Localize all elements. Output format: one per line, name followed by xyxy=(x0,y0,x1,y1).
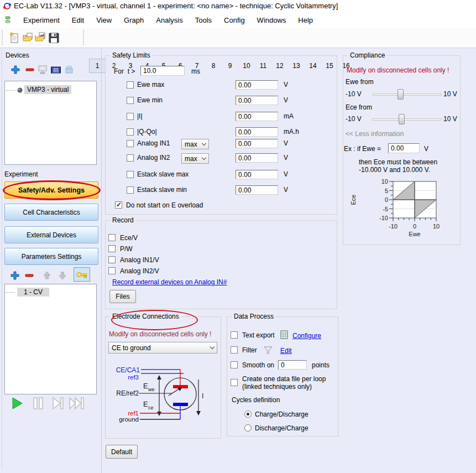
tab-parameters-settings[interactable]: Parameters Settings xyxy=(4,248,98,265)
device-tree-item[interactable]: VMP3 - virtual xyxy=(24,85,71,94)
ewe-slider-handle[interactable] xyxy=(397,89,404,100)
ec-lab-window: { "title_bar": { "title": "EC-Lab V11.32… xyxy=(0,0,476,473)
menu-tools[interactable]: Tools xyxy=(189,16,218,24)
device-add-button[interactable] xyxy=(9,63,22,76)
estack-min-unit: V xyxy=(284,186,288,194)
for-t-input[interactable]: 10.0 xyxy=(140,66,185,76)
no-start-overload-checkbox[interactable] xyxy=(115,201,122,209)
charge-discharge-radio[interactable] xyxy=(244,410,252,418)
device-upgrade-button[interactable] xyxy=(63,63,75,76)
main-toolbar: 1 2 3 4 5 6 7 8 9 10 11 12 13 14 15 16 xyxy=(0,28,476,48)
device-monitor-button[interactable] xyxy=(36,63,49,76)
compliance-warning: Modify on disconnected cells only ! xyxy=(347,66,449,74)
tab-cell-characteristics[interactable]: Cell Characteristics xyxy=(4,204,98,221)
annotation-ellipse-safety-tab xyxy=(3,180,101,200)
record-analog-in1-checkbox[interactable] xyxy=(108,256,116,263)
menu-help[interactable]: Help xyxy=(292,16,319,24)
menu-config[interactable]: Config xyxy=(218,16,251,24)
menu-edit[interactable]: Edit xyxy=(66,16,90,24)
estack-max-value[interactable]: 0.00 xyxy=(236,170,278,179)
ece-slider-handle[interactable] xyxy=(399,114,405,124)
estack-min-value[interactable]: 0.00 xyxy=(236,185,278,195)
devices-panel-title: Devices xyxy=(6,51,29,59)
menu-analysis[interactable]: Analysis xyxy=(150,16,189,24)
example-ewe-input[interactable]: 0.00 xyxy=(388,143,420,153)
re-ref2-label: RE/ref2 xyxy=(116,389,139,397)
ewe-min-value[interactable]: 0.00 xyxy=(236,96,278,105)
arrow-up-icon xyxy=(43,271,51,280)
text-export-checkbox[interactable] xyxy=(231,331,238,339)
open-graph-button[interactable] xyxy=(34,31,46,44)
ewe-max-value[interactable]: 0.00 xyxy=(236,80,278,90)
estack-max-checkbox[interactable] xyxy=(127,171,134,178)
file-per-loop-checkbox[interactable] xyxy=(231,379,238,386)
current-limit-value[interactable]: 0.00 xyxy=(236,112,278,121)
channel-button-1[interactable]: 1 xyxy=(89,59,106,73)
ce-ca1-label: CE/CA1 xyxy=(116,366,140,374)
record-ece-checkbox[interactable] xyxy=(108,234,116,241)
toolbar-gripper[interactable] xyxy=(2,30,3,45)
menu-view[interactable]: View xyxy=(90,16,118,24)
pause-button[interactable] xyxy=(31,396,45,410)
next-technique-button[interactable] xyxy=(51,396,65,410)
device-keyboard-button[interactable] xyxy=(50,63,62,76)
ece-slider-max: 10 V xyxy=(443,115,457,123)
connection-mode-value: CE to ground xyxy=(112,344,151,352)
skip-sequence-button[interactable] xyxy=(69,396,85,410)
configure-link[interactable]: Configure xyxy=(292,332,321,340)
filter-checkbox[interactable] xyxy=(231,346,238,354)
new-settings-button[interactable] xyxy=(8,31,20,44)
technique-add-button[interactable] xyxy=(9,269,21,282)
panel-separator[interactable] xyxy=(101,49,102,473)
less-information-link[interactable]: << Less information xyxy=(346,130,404,138)
device-tree[interactable]: VMP3 - virtual xyxy=(4,81,97,165)
analog-in2-value[interactable]: 0.00 xyxy=(236,153,278,163)
charge-limit-label: |Q-Qo| xyxy=(137,128,157,136)
technique-remove-button[interactable] xyxy=(23,269,35,282)
technique-move-down-button[interactable] xyxy=(56,269,69,282)
files-button[interactable]: Files xyxy=(109,290,136,303)
counter-electrode-bar xyxy=(173,403,188,406)
funnel-icon xyxy=(264,346,273,354)
record-external-devices-link[interactable]: Record external devices on Analog IN# xyxy=(112,278,227,286)
menu-experiment[interactable]: Experiment xyxy=(17,16,66,24)
current-limit-checkbox[interactable] xyxy=(127,113,134,120)
tab-external-devices[interactable]: External Devices xyxy=(4,226,98,243)
open-settings-button[interactable] xyxy=(22,31,34,44)
lock-settings-button[interactable] xyxy=(74,267,90,282)
ytick-10: 10 xyxy=(381,178,388,185)
smooth-label: Smooth on xyxy=(242,361,274,369)
edit-link[interactable]: Edit xyxy=(280,347,292,355)
estack-min-checkbox[interactable] xyxy=(127,186,134,194)
smooth-checkbox[interactable] xyxy=(231,361,238,368)
smooth-points-input[interactable]: 0 xyxy=(278,360,307,370)
default-button[interactable]: Default xyxy=(106,445,138,459)
menu-windows[interactable]: Windows xyxy=(251,16,292,24)
run-button[interactable] xyxy=(10,396,24,410)
ewe-max-checkbox[interactable] xyxy=(127,81,134,89)
save-button[interactable] xyxy=(48,31,60,44)
ece-slider-track[interactable] xyxy=(372,118,442,121)
ewe-min-checkbox[interactable] xyxy=(127,97,134,104)
ewe-slider-track[interactable] xyxy=(372,93,442,96)
menu-graph[interactable]: Graph xyxy=(118,16,150,24)
analog-in1-value[interactable]: 0.00 xyxy=(236,139,278,148)
compliance-note-1: then Ece must be between xyxy=(359,158,437,166)
record-analog-in2-checkbox[interactable] xyxy=(108,267,116,274)
xtick-0: 0 xyxy=(413,223,416,230)
technique-tree-item[interactable]: 1 - CV xyxy=(17,288,49,297)
technique-move-up-button[interactable] xyxy=(41,269,53,282)
analog-in1-checkbox[interactable] xyxy=(127,140,134,147)
technique-tree[interactable]: 1 - CV xyxy=(4,284,97,394)
charge-limit-value[interactable]: 0.00 xyxy=(236,127,278,137)
analog-in1-mode-select[interactable]: max xyxy=(181,139,209,149)
estack-min-label: Estack slave min xyxy=(137,186,187,194)
analog-in2-checkbox[interactable] xyxy=(127,154,134,162)
connection-mode-select[interactable]: CE to ground xyxy=(108,342,217,354)
device-remove-button[interactable] xyxy=(24,63,36,76)
charge-limit-checkbox[interactable] xyxy=(127,128,134,136)
ytick-5: 5 xyxy=(385,188,388,194)
discharge-charge-radio[interactable] xyxy=(244,424,252,432)
analog-in2-mode-select[interactable]: max xyxy=(181,153,209,164)
record-power-checkbox[interactable] xyxy=(108,245,116,252)
